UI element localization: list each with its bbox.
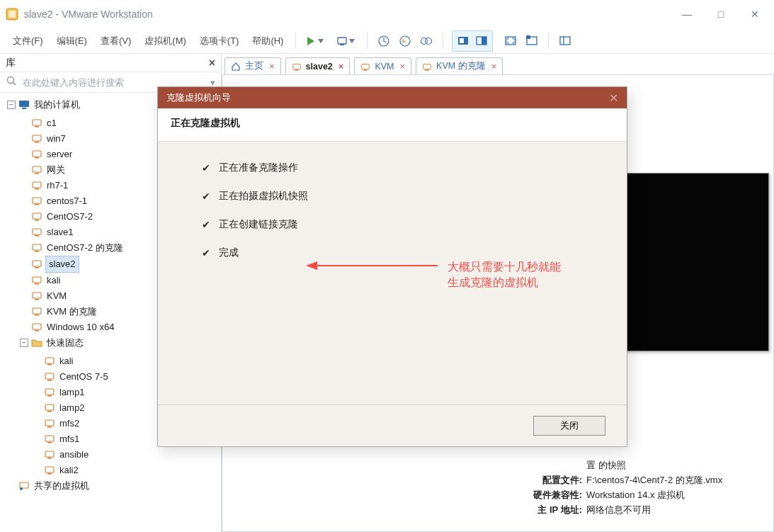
wizard-step: ✔ 正在拍摄虚拟机快照 (202, 190, 583, 203)
sidebar-title: 库 (6, 57, 16, 69)
tab-home[interactable]: 主页 × (224, 57, 281, 74)
tree-item-label: server (45, 147, 74, 162)
tree-root-label: 我的计算机 (33, 97, 81, 113)
snapshot-text: 置 的快照 (582, 459, 752, 472)
config-file-value: F:\centos7-4\Cent7-2 的克隆.vmx (582, 474, 752, 487)
vm-icon (422, 62, 432, 72)
wizard-step-label: 正在拍摄虚拟机快照 (219, 190, 308, 203)
vm-icon (31, 196, 42, 207)
tree-item[interactable]: kali2 (33, 463, 221, 478)
wizard-titlebar[interactable]: 克隆虚拟机向导 ✕ (158, 87, 627, 108)
menu-vm[interactable]: 虚拟机(M) (139, 32, 192, 50)
tree-item-label: mfs1 (58, 431, 81, 447)
svg-rect-5 (340, 44, 344, 45)
svg-marker-6 (349, 39, 355, 43)
tab-close-icon[interactable]: × (338, 61, 344, 72)
svg-rect-67 (47, 473, 52, 475)
view-thumbnail-icon[interactable] (472, 32, 491, 50)
svg-rect-14 (482, 37, 486, 45)
view-single-icon[interactable] (454, 32, 472, 50)
tree-item-label: kali (58, 353, 75, 369)
sidebar-header: 库 × (0, 54, 221, 72)
svg-rect-18 (560, 37, 570, 45)
svg-rect-30 (33, 166, 41, 172)
vm-icon (31, 211, 42, 222)
unity-mode-icon[interactable] (523, 32, 541, 50)
run-button[interactable] (300, 32, 329, 50)
svg-marker-3 (318, 39, 324, 43)
wizard-close-button[interactable]: ✕ (609, 91, 618, 105)
svg-rect-74 (423, 64, 431, 69)
tree-item-label: win7 (45, 131, 67, 147)
vm-icon (31, 322, 42, 333)
tab-close-icon[interactable]: × (269, 61, 275, 72)
tab-strip: 主页 × slave2 × KVM × KVM 的克隆 × (222, 54, 774, 75)
tab-vm[interactable]: slave2 × (285, 57, 351, 74)
svg-rect-57 (47, 395, 52, 397)
snapshot-create-icon[interactable] (375, 32, 393, 50)
svg-rect-23 (22, 108, 26, 109)
svg-rect-45 (35, 283, 39, 285)
svg-rect-75 (425, 69, 428, 70)
svg-rect-4 (338, 38, 346, 44)
svg-rect-52 (45, 358, 54, 363)
svg-rect-62 (45, 436, 54, 441)
fullscreen-icon[interactable] (501, 32, 520, 50)
snapshot-manager-icon[interactable] (417, 32, 436, 50)
wizard-close-btn[interactable]: 关闭 (533, 416, 605, 436)
collapse-icon[interactable]: − (7, 101, 16, 109)
svg-rect-22 (19, 101, 29, 107)
menu-view[interactable]: 查看(V) (95, 32, 137, 50)
menu-edit[interactable]: 编辑(E) (51, 32, 93, 50)
tab-close-icon[interactable]: × (400, 61, 406, 72)
svg-rect-17 (526, 35, 530, 39)
tab-label: KVM (375, 62, 394, 72)
window-maximize-button[interactable]: □ (713, 9, 729, 20)
svg-rect-29 (35, 157, 39, 159)
svg-rect-66 (45, 467, 54, 472)
vm-icon (44, 402, 55, 414)
svg-rect-72 (362, 64, 370, 69)
network-icon (18, 480, 30, 492)
svg-rect-53 (47, 364, 52, 366)
tree-shared-vms[interactable]: 共享的虚拟机 (7, 478, 221, 494)
svg-point-8 (400, 36, 410, 46)
vm-icon (31, 259, 42, 270)
menubar: 文件(F) 编辑(E) 查看(V) 虚拟机(M) 选项卡(T) 帮助(H) (0, 28, 774, 54)
svg-rect-63 (47, 442, 52, 443)
tree-item-label: ansible (58, 447, 90, 463)
window-close-button[interactable]: ✕ (747, 9, 763, 20)
svg-rect-1 (8, 11, 16, 18)
tree-item-label: CentOS 7-5 (58, 369, 110, 385)
svg-rect-41 (35, 251, 39, 252)
wizard-step-label: 完成 (219, 247, 239, 259)
tree-item[interactable]: ansible (33, 447, 221, 463)
svg-rect-25 (35, 126, 39, 128)
vm-icon (44, 418, 55, 429)
menu-file[interactable]: 文件(F) (7, 32, 49, 50)
svg-rect-56 (45, 389, 54, 395)
menu-help[interactable]: 帮助(H) (246, 32, 289, 50)
vm-icon (31, 275, 42, 286)
svg-point-20 (8, 77, 14, 84)
power-options-button[interactable] (331, 32, 360, 50)
window-minimize-button[interactable]: — (679, 9, 695, 20)
tab-vm[interactable]: KVM × (354, 57, 411, 74)
svg-rect-37 (35, 220, 39, 221)
collapse-icon[interactable]: − (20, 339, 28, 347)
menu-tabs[interactable]: 选项卡(T) (194, 32, 245, 50)
library-toggle-icon[interactable] (556, 32, 574, 50)
snapshot-revert-icon[interactable] (396, 32, 414, 50)
svg-rect-49 (35, 315, 39, 316)
tree-item-label: kali2 (58, 463, 80, 478)
vm-icon (31, 306, 42, 317)
tab-label: KVM 的克隆 (436, 60, 486, 72)
vm-icon (44, 387, 55, 398)
svg-rect-27 (35, 142, 39, 143)
sidebar-close-button[interactable]: × (209, 57, 215, 69)
svg-rect-44 (33, 277, 41, 283)
tab-vm[interactable]: KVM 的克隆 × (416, 57, 503, 74)
tab-close-icon[interactable]: × (491, 61, 497, 72)
svg-rect-47 (35, 299, 39, 300)
svg-rect-24 (33, 120, 41, 125)
